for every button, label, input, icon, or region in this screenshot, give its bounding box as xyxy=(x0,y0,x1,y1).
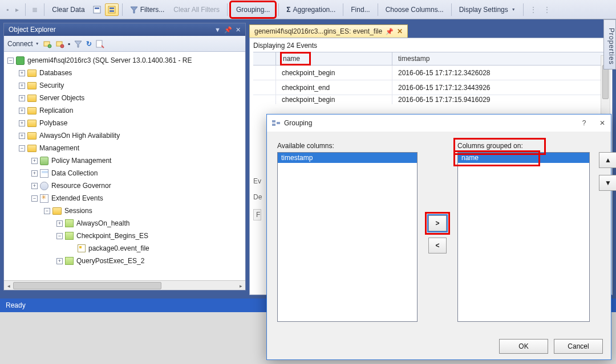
cell: 2016-06-15 17:17:15.9416029 xyxy=(392,95,609,104)
tree-item[interactable]: Sessions xyxy=(64,207,92,215)
close-icon[interactable]: ✕ xyxy=(598,119,606,127)
svg-rect-14 xyxy=(277,122,280,124)
expander-icon[interactable]: − xyxy=(7,58,14,64)
table-row[interactable]: checkpoint_begin 2016-06-15 17:17:12.342… xyxy=(253,66,609,80)
find-button[interactable]: Find... xyxy=(347,3,374,16)
tree-root[interactable]: genemi4f\sql2016rc3 (SQL Server 13.0.140… xyxy=(27,56,192,64)
cancel-button[interactable]: Cancel xyxy=(554,339,603,354)
move-right-button[interactable]: > xyxy=(428,215,447,231)
close-icon[interactable]: ✕ xyxy=(397,27,403,35)
scroll-thumb[interactable] xyxy=(602,65,609,99)
expander-icon[interactable]: + xyxy=(19,108,25,114)
tree-item[interactable]: Databases xyxy=(39,69,72,77)
tree-item[interactable]: Server Objects xyxy=(39,94,84,102)
tree-item[interactable]: Security xyxy=(39,81,64,89)
tree-item[interactable]: Checkpoint_Begins_ES xyxy=(76,232,148,240)
column-header-timestamp[interactable]: timestamp xyxy=(392,52,609,65)
folder-icon xyxy=(27,132,37,140)
play-icon[interactable]: ▸ xyxy=(13,3,22,16)
expander-icon[interactable]: − xyxy=(44,208,50,214)
script-icon[interactable] xyxy=(95,39,104,48)
object-explorer-tree[interactable]: − genemi4f\sql2016rc3 (SQL Server 13.0.1… xyxy=(4,52,245,280)
tree-item[interactable]: Resource Governor xyxy=(51,182,111,190)
tree-item[interactable]: Policy Management xyxy=(51,157,111,165)
close-icon[interactable]: ✕ xyxy=(236,26,241,34)
overflow2-icon[interactable]: ⋮ xyxy=(541,3,553,16)
move-down-button[interactable]: ▼ xyxy=(599,175,616,191)
expander-icon[interactable]: − xyxy=(19,145,25,152)
grouped-columns-list[interactable]: name xyxy=(457,152,590,322)
tab-event-file[interactable]: genemi4f\sql2016rc3...gins_ES: event_fil… xyxy=(249,24,408,38)
grouping-button[interactable]: Grouping... xyxy=(231,2,275,17)
expander-icon[interactable]: + xyxy=(56,258,63,264)
tree-item[interactable]: AlwaysOn_health xyxy=(76,219,129,227)
main-toolbar: ▪ ▸ ≣ Clear Data Filters... Clear All Fi… xyxy=(0,0,616,19)
move-left-button[interactable]: < xyxy=(428,238,447,253)
folder-icon xyxy=(27,107,37,114)
tree-item[interactable]: QueryPostExec_ES_2 xyxy=(76,257,144,265)
stop-conn-icon[interactable]: ▪ xyxy=(68,40,70,48)
tree-item[interactable]: Replication xyxy=(39,107,73,114)
properties-tab[interactable]: Properties xyxy=(603,19,616,69)
expander-icon[interactable]: − xyxy=(56,233,63,239)
expander-icon[interactable]: + xyxy=(31,170,38,177)
folder-icon xyxy=(27,82,37,89)
tree-item[interactable]: Extended Events xyxy=(51,194,103,202)
display-settings-button[interactable]: Display Settings▼ xyxy=(455,3,520,16)
expander-icon[interactable]: + xyxy=(19,83,25,89)
tree-item[interactable]: Management xyxy=(39,144,79,152)
disconnect-server-icon[interactable] xyxy=(55,39,64,48)
available-columns-list[interactable]: timestamp xyxy=(277,152,418,322)
folder-icon xyxy=(27,120,37,127)
cell: 2016-06-15 17:17:12.3443926 xyxy=(392,80,609,95)
expander-icon[interactable]: + xyxy=(31,183,38,189)
view-mode2-icon[interactable] xyxy=(105,3,119,16)
expander-icon[interactable]: + xyxy=(19,133,25,139)
expander-icon[interactable]: + xyxy=(19,120,25,126)
list-item[interactable]: timestamp xyxy=(278,153,417,163)
package-icon xyxy=(78,244,86,252)
expander-icon[interactable]: + xyxy=(56,220,63,227)
view-mode1-icon[interactable] xyxy=(90,3,104,16)
expander-icon[interactable]: + xyxy=(19,95,25,101)
help-icon[interactable]: ? xyxy=(580,119,588,127)
aggregation-button[interactable]: Σ Aggregation... xyxy=(282,3,339,16)
tree-item[interactable]: package0.event_file xyxy=(88,244,149,252)
connect-server-icon[interactable] xyxy=(43,39,52,48)
object-explorer-title: Object Explorer xyxy=(9,26,56,34)
pin-icon[interactable]: 📌 xyxy=(386,28,394,35)
grouping-dialog: Grouping ? ✕ Available columns: timestam… xyxy=(266,114,611,360)
refresh-icon[interactable]: ↻ xyxy=(86,40,92,48)
move-up-button[interactable]: ▲ xyxy=(599,152,616,168)
connect-button[interactable]: Connect▼ xyxy=(7,40,39,48)
scroll-right-icon[interactable]: ▸ xyxy=(236,281,245,291)
ok-button[interactable]: OK xyxy=(499,339,548,354)
clear-data-button[interactable]: Clear Data xyxy=(48,3,88,16)
scroll-thumb[interactable] xyxy=(13,282,161,289)
cell: 2016-06-15 17:17:12.3426028 xyxy=(392,66,609,80)
h-scrollbar[interactable]: ◂ ▸ xyxy=(4,280,245,290)
hidden-panel-labels: Ev De F xyxy=(253,177,262,228)
expander-icon[interactable]: + xyxy=(31,158,38,164)
feed-icon[interactable]: ≣ xyxy=(29,3,40,16)
table-row[interactable]: checkpoint_end 2016-06-15 17:17:12.34439… xyxy=(253,80,609,95)
expander-icon[interactable]: − xyxy=(31,195,38,202)
expander-icon[interactable]: + xyxy=(19,70,25,76)
column-header-name[interactable]: name xyxy=(276,52,392,65)
table-row[interactable]: checkpoint_begin 2016-06-15 17:17:15.941… xyxy=(253,95,609,104)
pin-icon[interactable]: 📌 xyxy=(224,26,232,34)
clear-all-filters-button[interactable]: Clear All Filters xyxy=(169,3,224,16)
choose-columns-button[interactable]: Choose Columns... xyxy=(382,3,448,16)
scroll-left-icon[interactable]: ◂ xyxy=(4,281,13,291)
svg-point-7 xyxy=(48,44,51,48)
filters-button[interactable]: Filters... xyxy=(126,3,169,16)
overflow1-icon[interactable]: ⋮ xyxy=(527,3,540,16)
stop-icon[interactable]: ▪ xyxy=(3,3,11,16)
filter-tree-icon[interactable] xyxy=(74,39,83,48)
status-text: Ready xyxy=(6,301,26,309)
dropdown-icon[interactable]: ▼ xyxy=(214,26,221,33)
tree-item[interactable]: AlwaysOn High Availability xyxy=(39,132,120,140)
tree-item[interactable]: Data Collection xyxy=(51,169,98,177)
tree-item[interactable]: Polybase xyxy=(39,119,67,127)
server-icon xyxy=(16,56,25,65)
